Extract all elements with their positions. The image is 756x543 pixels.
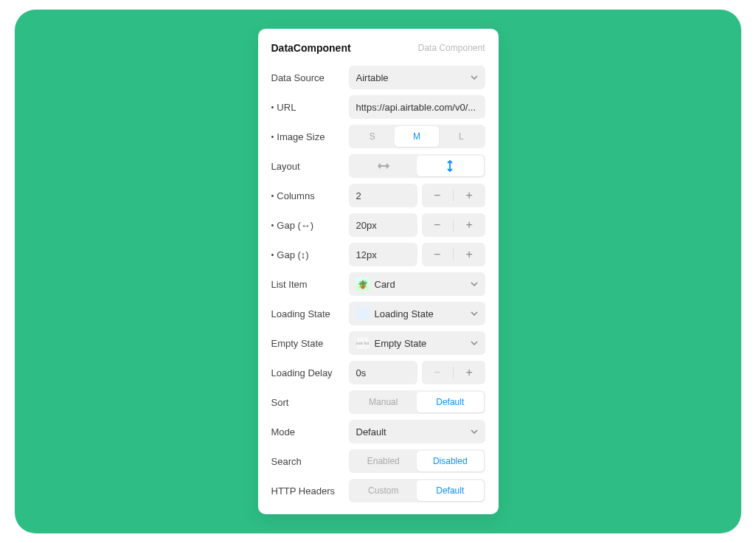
- gap-vertical-input[interactable]: 12px: [349, 243, 417, 266]
- bullet-icon: •: [271, 103, 274, 111]
- layout-label: Layout: [271, 161, 349, 172]
- loading-thumbnail-icon: [356, 307, 370, 320]
- http-headers-custom-button[interactable]: Custom: [350, 480, 417, 501]
- search-segmented: Enabled Disabled: [349, 449, 485, 473]
- mode-select[interactable]: Default: [349, 420, 485, 443]
- image-size-l-button[interactable]: L: [439, 126, 483, 147]
- http-headers-default-button[interactable]: Default: [417, 480, 484, 501]
- row-mode: Mode Default: [271, 420, 485, 443]
- layout-segmented: [349, 154, 485, 178]
- bullet-icon: •: [271, 221, 274, 229]
- data-source-select[interactable]: Airtable: [349, 66, 485, 89]
- search-enabled-button[interactable]: Enabled: [350, 451, 417, 471]
- search-disabled-button[interactable]: Disabled: [417, 451, 484, 471]
- row-sort: Sort Manual Default: [271, 390, 485, 414]
- list-item-select[interactable]: 🪴 Card: [349, 272, 485, 296]
- mode-label: Mode: [271, 426, 349, 437]
- url-value: https://api.airtable.com/v0/...: [356, 102, 476, 113]
- columns-decrement-button[interactable]: −: [422, 184, 454, 207]
- plant-icon: 🪴: [356, 277, 370, 291]
- gap-vertical-stepper: − +: [422, 243, 485, 266]
- bullet-icon: •: [271, 250, 274, 259]
- sort-label: Sort: [271, 397, 349, 408]
- arrows-horizontal-icon: [378, 160, 389, 172]
- row-search: Search Enabled Disabled: [271, 449, 485, 473]
- gap-vertical-increment-button[interactable]: +: [454, 243, 485, 266]
- arrows-vertical-icon: [444, 160, 456, 172]
- row-gap-horizontal: •Gap (↔) 20px − +: [271, 213, 485, 237]
- mode-value: Default: [356, 426, 386, 437]
- row-loading-state: Loading State Loading State: [271, 302, 485, 325]
- panel-title: DataComponent: [271, 42, 351, 54]
- list-item-label: List Item: [271, 279, 349, 290]
- bullet-icon: •: [271, 191, 274, 200]
- chevron-down-icon: [471, 428, 478, 435]
- search-label: Search: [271, 456, 349, 467]
- loading-state-label: Loading State: [271, 308, 349, 319]
- http-headers-segmented: Custom Default: [349, 479, 485, 502]
- loading-delay-decrement-button: −: [422, 361, 454, 384]
- data-source-value: Airtable: [356, 72, 389, 83]
- gap-horizontal-input[interactable]: 20px: [349, 213, 417, 237]
- chevron-down-icon: [471, 74, 478, 81]
- columns-increment-button[interactable]: +: [454, 184, 485, 207]
- image-size-label: •Image Size: [271, 131, 349, 142]
- layout-horizontal-button[interactable]: [350, 156, 417, 176]
- row-loading-delay: Loading Delay 0s − +: [271, 361, 485, 384]
- columns-input[interactable]: 2: [349, 184, 417, 207]
- gap-horizontal-decrement-button[interactable]: −: [422, 213, 454, 237]
- row-data-source: Data Source Airtable: [271, 66, 485, 89]
- row-gap-vertical: •Gap (↕) 12px − +: [271, 243, 485, 266]
- loading-state-value: Loading State: [375, 308, 434, 319]
- row-list-item: List Item 🪴 Card: [271, 272, 485, 296]
- data-source-label: Data Source: [271, 72, 349, 83]
- layout-vertical-button[interactable]: [417, 156, 484, 176]
- image-size-s-button[interactable]: S: [350, 126, 395, 147]
- row-layout: Layout: [271, 154, 485, 178]
- bullet-icon: •: [271, 132, 274, 141]
- empty-thumbnail-icon: outs fou: [356, 336, 370, 350]
- empty-state-select[interactable]: outs fou Empty State: [349, 331, 485, 355]
- chevron-down-icon: [471, 310, 478, 317]
- empty-state-value: Empty State: [375, 338, 427, 349]
- gap-horizontal-label: •Gap (↔): [271, 220, 349, 231]
- sort-segmented: Manual Default: [349, 390, 485, 414]
- row-empty-state: Empty State outs fou Empty State: [271, 331, 485, 355]
- row-url: •URL https://api.airtable.com/v0/...: [271, 95, 485, 119]
- list-item-value: Card: [375, 279, 395, 290]
- panel-subtitle: Data Component: [418, 43, 485, 53]
- columns-stepper: − +: [422, 184, 485, 207]
- http-headers-label: HTTP Headers: [271, 485, 349, 497]
- row-http-headers: HTTP Headers Custom Default: [271, 479, 485, 502]
- gap-vertical-label: •Gap (↕): [271, 249, 349, 260]
- row-image-size: •Image Size S M L: [271, 125, 485, 148]
- chevron-down-icon: [471, 280, 478, 288]
- page-background: DataComponent Data Component Data Source…: [15, 10, 741, 533]
- sort-manual-button[interactable]: Manual: [350, 392, 417, 412]
- url-label: •URL: [271, 102, 349, 113]
- gap-vertical-decrement-button[interactable]: −: [422, 243, 454, 266]
- loading-state-select[interactable]: Loading State: [349, 302, 485, 325]
- sort-default-button[interactable]: Default: [417, 392, 484, 412]
- url-input[interactable]: https://api.airtable.com/v0/...: [349, 95, 485, 119]
- gap-horizontal-stepper: − +: [422, 213, 485, 237]
- empty-state-label: Empty State: [271, 338, 349, 349]
- loading-delay-input[interactable]: 0s: [349, 361, 417, 384]
- panel-header: DataComponent Data Component: [271, 42, 485, 54]
- loading-delay-label: Loading Delay: [271, 367, 349, 378]
- loading-delay-stepper: − +: [422, 361, 485, 384]
- image-size-m-button[interactable]: M: [395, 126, 439, 147]
- inspector-panel: DataComponent Data Component Data Source…: [258, 29, 499, 514]
- image-size-segmented: S M L: [349, 125, 485, 148]
- gap-horizontal-increment-button[interactable]: +: [454, 213, 485, 237]
- chevron-down-icon: [471, 339, 478, 347]
- columns-label: •Columns: [271, 190, 349, 201]
- row-columns: •Columns 2 − +: [271, 184, 485, 207]
- loading-delay-increment-button[interactable]: +: [454, 361, 485, 384]
